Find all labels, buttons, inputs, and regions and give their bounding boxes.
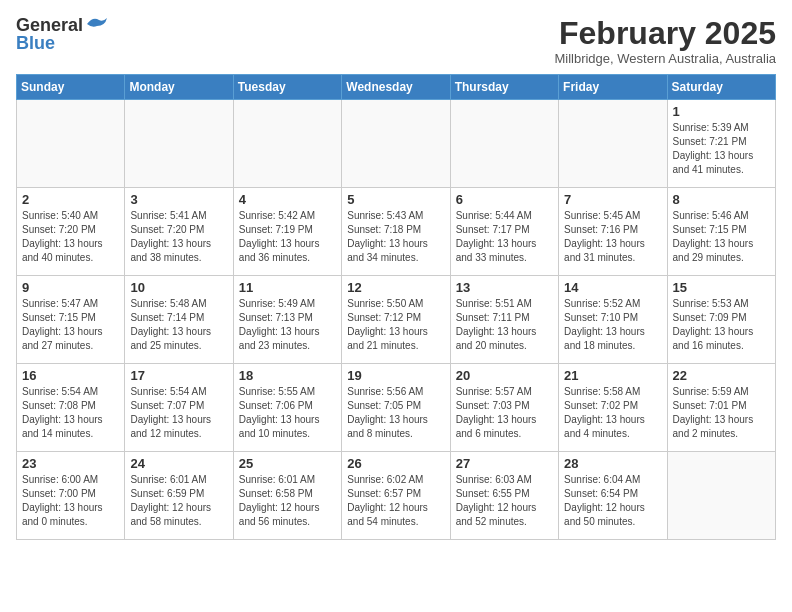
day-info: Sunrise: 5:55 AM Sunset: 7:06 PM Dayligh… (239, 385, 336, 441)
calendar-cell: 19Sunrise: 5:56 AM Sunset: 7:05 PM Dayli… (342, 364, 450, 452)
week-row-4: 16Sunrise: 5:54 AM Sunset: 7:08 PM Dayli… (17, 364, 776, 452)
day-number: 15 (673, 280, 770, 295)
calendar-cell: 20Sunrise: 5:57 AM Sunset: 7:03 PM Dayli… (450, 364, 558, 452)
calendar-cell (125, 100, 233, 188)
day-info: Sunrise: 5:53 AM Sunset: 7:09 PM Dayligh… (673, 297, 770, 353)
calendar-cell: 7Sunrise: 5:45 AM Sunset: 7:16 PM Daylig… (559, 188, 667, 276)
week-row-3: 9Sunrise: 5:47 AM Sunset: 7:15 PM Daylig… (17, 276, 776, 364)
day-info: Sunrise: 5:42 AM Sunset: 7:19 PM Dayligh… (239, 209, 336, 265)
day-info: Sunrise: 5:45 AM Sunset: 7:16 PM Dayligh… (564, 209, 661, 265)
day-number: 23 (22, 456, 119, 471)
week-row-1: 1Sunrise: 5:39 AM Sunset: 7:21 PM Daylig… (17, 100, 776, 188)
logo-bird-icon (85, 16, 107, 32)
day-number: 28 (564, 456, 661, 471)
calendar-cell (17, 100, 125, 188)
day-info: Sunrise: 6:01 AM Sunset: 6:58 PM Dayligh… (239, 473, 336, 529)
calendar-cell: 15Sunrise: 5:53 AM Sunset: 7:09 PM Dayli… (667, 276, 775, 364)
day-number: 19 (347, 368, 444, 383)
day-number: 17 (130, 368, 227, 383)
calendar-cell: 24Sunrise: 6:01 AM Sunset: 6:59 PM Dayli… (125, 452, 233, 540)
day-number: 7 (564, 192, 661, 207)
day-number: 14 (564, 280, 661, 295)
day-number: 26 (347, 456, 444, 471)
calendar-cell: 11Sunrise: 5:49 AM Sunset: 7:13 PM Dayli… (233, 276, 341, 364)
day-info: Sunrise: 5:54 AM Sunset: 7:08 PM Dayligh… (22, 385, 119, 441)
calendar-cell: 27Sunrise: 6:03 AM Sunset: 6:55 PM Dayli… (450, 452, 558, 540)
day-number: 2 (22, 192, 119, 207)
calendar-cell: 9Sunrise: 5:47 AM Sunset: 7:15 PM Daylig… (17, 276, 125, 364)
day-number: 1 (673, 104, 770, 119)
day-info: Sunrise: 5:54 AM Sunset: 7:07 PM Dayligh… (130, 385, 227, 441)
calendar-cell: 1Sunrise: 5:39 AM Sunset: 7:21 PM Daylig… (667, 100, 775, 188)
day-info: Sunrise: 6:03 AM Sunset: 6:55 PM Dayligh… (456, 473, 553, 529)
calendar-cell: 3Sunrise: 5:41 AM Sunset: 7:20 PM Daylig… (125, 188, 233, 276)
day-info: Sunrise: 5:56 AM Sunset: 7:05 PM Dayligh… (347, 385, 444, 441)
calendar-cell: 13Sunrise: 5:51 AM Sunset: 7:11 PM Dayli… (450, 276, 558, 364)
weekday-header-wednesday: Wednesday (342, 75, 450, 100)
weekday-header-monday: Monday (125, 75, 233, 100)
weekday-header-sunday: Sunday (17, 75, 125, 100)
location-subtitle: Millbridge, Western Australia, Australia (554, 51, 776, 66)
calendar-cell (233, 100, 341, 188)
day-info: Sunrise: 5:52 AM Sunset: 7:10 PM Dayligh… (564, 297, 661, 353)
day-info: Sunrise: 5:58 AM Sunset: 7:02 PM Dayligh… (564, 385, 661, 441)
day-number: 25 (239, 456, 336, 471)
day-number: 13 (456, 280, 553, 295)
calendar-cell: 18Sunrise: 5:55 AM Sunset: 7:06 PM Dayli… (233, 364, 341, 452)
weekday-header-tuesday: Tuesday (233, 75, 341, 100)
calendar-cell: 17Sunrise: 5:54 AM Sunset: 7:07 PM Dayli… (125, 364, 233, 452)
day-info: Sunrise: 5:50 AM Sunset: 7:12 PM Dayligh… (347, 297, 444, 353)
month-year-title: February 2025 (554, 16, 776, 51)
weekday-header-row: SundayMondayTuesdayWednesdayThursdayFrid… (17, 75, 776, 100)
day-info: Sunrise: 5:49 AM Sunset: 7:13 PM Dayligh… (239, 297, 336, 353)
day-number: 8 (673, 192, 770, 207)
day-info: Sunrise: 6:02 AM Sunset: 6:57 PM Dayligh… (347, 473, 444, 529)
weekday-header-friday: Friday (559, 75, 667, 100)
calendar-table: SundayMondayTuesdayWednesdayThursdayFrid… (16, 74, 776, 540)
logo-general-text: General (16, 16, 83, 34)
day-number: 9 (22, 280, 119, 295)
calendar-cell (667, 452, 775, 540)
calendar-cell: 4Sunrise: 5:42 AM Sunset: 7:19 PM Daylig… (233, 188, 341, 276)
day-info: Sunrise: 5:44 AM Sunset: 7:17 PM Dayligh… (456, 209, 553, 265)
day-number: 10 (130, 280, 227, 295)
calendar-cell: 21Sunrise: 5:58 AM Sunset: 7:02 PM Dayli… (559, 364, 667, 452)
calendar-cell: 2Sunrise: 5:40 AM Sunset: 7:20 PM Daylig… (17, 188, 125, 276)
day-info: Sunrise: 5:39 AM Sunset: 7:21 PM Dayligh… (673, 121, 770, 177)
day-info: Sunrise: 6:01 AM Sunset: 6:59 PM Dayligh… (130, 473, 227, 529)
calendar-cell: 14Sunrise: 5:52 AM Sunset: 7:10 PM Dayli… (559, 276, 667, 364)
day-number: 4 (239, 192, 336, 207)
day-info: Sunrise: 5:40 AM Sunset: 7:20 PM Dayligh… (22, 209, 119, 265)
weekday-header-thursday: Thursday (450, 75, 558, 100)
calendar-cell: 10Sunrise: 5:48 AM Sunset: 7:14 PM Dayli… (125, 276, 233, 364)
week-row-5: 23Sunrise: 6:00 AM Sunset: 7:00 PM Dayli… (17, 452, 776, 540)
calendar-cell: 6Sunrise: 5:44 AM Sunset: 7:17 PM Daylig… (450, 188, 558, 276)
calendar-cell: 16Sunrise: 5:54 AM Sunset: 7:08 PM Dayli… (17, 364, 125, 452)
week-row-2: 2Sunrise: 5:40 AM Sunset: 7:20 PM Daylig… (17, 188, 776, 276)
calendar-cell: 22Sunrise: 5:59 AM Sunset: 7:01 PM Dayli… (667, 364, 775, 452)
title-block: February 2025 Millbridge, Western Austra… (554, 16, 776, 66)
day-info: Sunrise: 6:00 AM Sunset: 7:00 PM Dayligh… (22, 473, 119, 529)
day-number: 16 (22, 368, 119, 383)
calendar-cell (559, 100, 667, 188)
day-number: 24 (130, 456, 227, 471)
page-header: General Blue February 2025 Millbridge, W… (16, 16, 776, 66)
day-number: 12 (347, 280, 444, 295)
calendar-cell: 23Sunrise: 6:00 AM Sunset: 7:00 PM Dayli… (17, 452, 125, 540)
day-number: 22 (673, 368, 770, 383)
weekday-header-saturday: Saturday (667, 75, 775, 100)
calendar-cell: 28Sunrise: 6:04 AM Sunset: 6:54 PM Dayli… (559, 452, 667, 540)
day-info: Sunrise: 5:51 AM Sunset: 7:11 PM Dayligh… (456, 297, 553, 353)
calendar-cell: 5Sunrise: 5:43 AM Sunset: 7:18 PM Daylig… (342, 188, 450, 276)
day-info: Sunrise: 5:43 AM Sunset: 7:18 PM Dayligh… (347, 209, 444, 265)
calendar-cell: 25Sunrise: 6:01 AM Sunset: 6:58 PM Dayli… (233, 452, 341, 540)
calendar-cell (342, 100, 450, 188)
day-info: Sunrise: 5:59 AM Sunset: 7:01 PM Dayligh… (673, 385, 770, 441)
logo-blue-text: Blue (16, 34, 55, 52)
calendar-cell: 8Sunrise: 5:46 AM Sunset: 7:15 PM Daylig… (667, 188, 775, 276)
day-info: Sunrise: 5:47 AM Sunset: 7:15 PM Dayligh… (22, 297, 119, 353)
day-info: Sunrise: 5:41 AM Sunset: 7:20 PM Dayligh… (130, 209, 227, 265)
day-number: 11 (239, 280, 336, 295)
day-number: 18 (239, 368, 336, 383)
logo: General Blue (16, 16, 107, 52)
